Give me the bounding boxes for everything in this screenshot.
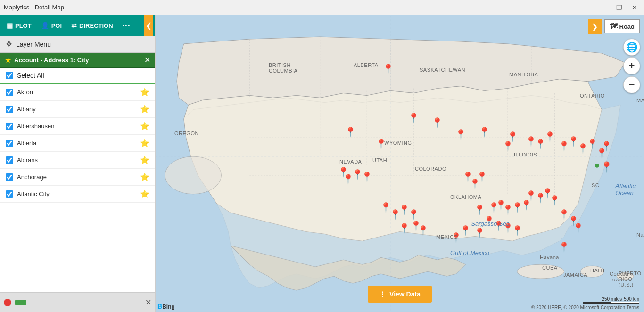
svg-text:📍: 📍 — [600, 161, 613, 173]
list-item[interactable]: Albany⭐ — [0, 101, 155, 118]
svg-text:📍: 📍 — [345, 126, 356, 138]
city-name-2: Albershausen — [17, 123, 136, 130]
window-title: Maplytics - Detail Map — [4, 4, 64, 11]
svg-point-4 — [617, 272, 634, 280]
svg-text:📍: 📍 — [549, 195, 561, 206]
collapse-panel-button[interactable]: ❮ — [144, 15, 153, 36]
svg-text:📍: 📍 — [382, 63, 394, 74]
scale-km-label: 500 km — [624, 296, 639, 302]
map-icon: 🗺 — [610, 22, 618, 31]
scale-bar: 250 miles 500 km — [583, 296, 639, 304]
view-data-button[interactable]: ⋮ View Data — [368, 286, 432, 303]
toolbar: ▦ PLOT 👤 POI ⇄ DIRECTION ⋯ ❮ — [0, 15, 155, 36]
list-item[interactable]: Anchorage⭐ — [0, 169, 155, 186]
entity-close-button[interactable]: ✕ — [144, 56, 150, 65]
title-bar: Maplytics - Detail Map ❐ ✕ — [0, 0, 644, 15]
svg-text:📍: 📍 — [512, 225, 523, 236]
city-checkbox-4[interactable] — [6, 156, 13, 164]
city-checkbox-0[interactable] — [6, 89, 13, 96]
city-name-0: Akron — [17, 89, 136, 96]
svg-point-1 — [165, 156, 222, 194]
svg-text:📍: 📍 — [479, 126, 490, 138]
city-icon-3: ⭐ — [140, 139, 149, 148]
svg-text:📍: 📍 — [544, 131, 556, 142]
zoom-out-button[interactable]: − — [623, 76, 640, 93]
more-options-button[interactable]: ⋯ — [118, 17, 134, 33]
layer-menu-label: Layer Menu — [16, 41, 51, 48]
city-name-4: Aldrans — [17, 156, 136, 164]
city-icon-0: ⭐ — [140, 88, 149, 97]
list-item[interactable]: Aldrans⭐ — [0, 152, 155, 169]
svg-text:📍: 📍 — [572, 222, 584, 234]
globe-button[interactable]: 🌐 — [623, 39, 640, 56]
svg-text:📍: 📍 — [361, 171, 373, 182]
city-checkbox-2[interactable] — [6, 123, 13, 130]
svg-text:📍: 📍 — [601, 140, 612, 152]
list-item[interactable]: Alberta⭐ — [0, 135, 155, 152]
svg-text:📍: 📍 — [455, 129, 467, 140]
svg-text:📍: 📍 — [398, 222, 410, 234]
map-svg: 📍 📍 📍 📍 📍 📍 📍 📍 📍 📍 📍 📍 📍 📍 📍 📍 📍 📍 📍 📍 … — [156, 15, 644, 312]
map-area[interactable]: 📍 📍 📍 📍 📍 📍 📍 📍 📍 📍 📍 📍 📍 📍 📍 📍 📍 📍 📍 📍 … — [156, 15, 644, 312]
poi-icon: 👤 — [41, 22, 49, 29]
direction-button[interactable]: ⇄ DIRECTION — [66, 19, 118, 32]
plot-icon: ▦ — [7, 22, 13, 29]
svg-text:📍: 📍 — [408, 209, 420, 220]
svg-text:📍: 📍 — [417, 225, 429, 236]
main-container: ▦ PLOT 👤 POI ⇄ DIRECTION ⋯ ❮ ❖ Layer Men… — [0, 15, 644, 312]
svg-text:📍: 📍 — [520, 199, 532, 211]
expand-map-button[interactable]: ❯ — [588, 19, 602, 34]
bottom-close-button[interactable]: ✕ — [145, 298, 151, 307]
city-name-6: Atlantic City — [17, 190, 136, 197]
zoom-in-button[interactable]: + — [623, 57, 640, 74]
city-icon-4: ⭐ — [140, 156, 149, 164]
list-item[interactable]: Akron⭐ — [0, 84, 155, 101]
entity-panel: ★ Account - Address 1: City ✕ — [0, 53, 155, 68]
close-button[interactable]: ✕ — [629, 3, 640, 12]
city-checkbox-6[interactable] — [6, 190, 13, 198]
svg-text:📍: 📍 — [476, 171, 488, 182]
svg-point-2 — [517, 264, 564, 279]
svg-text:📍: 📍 — [558, 241, 570, 253]
city-name-3: Alberta — [17, 140, 136, 147]
svg-text:📍: 📍 — [474, 204, 486, 215]
scale-miles-label: 250 miles — [602, 296, 622, 302]
status-bar — [15, 300, 26, 305]
select-all-checkbox[interactable] — [6, 72, 13, 79]
city-name-5: Anchorage — [17, 173, 136, 181]
city-checkbox-1[interactable] — [6, 106, 13, 113]
plot-button[interactable]: ▦ PLOT — [2, 19, 36, 32]
svg-text:📍: 📍 — [408, 112, 420, 123]
layers-icon: ❖ — [6, 40, 12, 49]
svg-text:●: ● — [594, 160, 600, 170]
city-list[interactable]: Akron⭐Albany⭐Albershausen⭐Alberta⭐Aldran… — [0, 84, 155, 292]
list-item[interactable]: Atlantic City⭐ — [0, 186, 155, 203]
city-checkbox-5[interactable] — [6, 173, 13, 181]
city-checkbox-3[interactable] — [6, 140, 13, 147]
bottom-panel: ✕ — [0, 292, 155, 312]
bing-logo: BBing — [157, 303, 175, 310]
layer-menu-header: ❖ Layer Menu — [0, 36, 155, 53]
map-type-button[interactable]: 🗺 Road — [604, 19, 641, 33]
select-all-row[interactable]: Select All — [0, 68, 155, 84]
map-copyright: © 2020 HERE, © 2020 Microsoft Corporatio… — [531, 305, 639, 310]
view-data-icon: ⋮ — [379, 290, 386, 298]
poi-button[interactable]: 👤 POI — [36, 19, 66, 32]
restore-button[interactable]: ❐ — [613, 3, 625, 12]
svg-point-3 — [581, 266, 604, 277]
entity-title: Account - Address 1: City — [14, 57, 141, 64]
map-right-controls: 🌐 + − — [623, 39, 640, 93]
city-name-1: Albany — [17, 106, 136, 113]
svg-text:📍: 📍 — [474, 227, 486, 238]
city-icon-2: ⭐ — [140, 122, 149, 131]
view-data-label: View Data — [389, 290, 421, 298]
svg-text:📍: 📍 — [431, 117, 443, 128]
entity-star-icon: ★ — [5, 56, 11, 65]
city-icon-5: ⭐ — [140, 172, 149, 181]
svg-text:📍: 📍 — [375, 138, 387, 149]
select-all-label: Select All — [17, 72, 44, 79]
map-type-label: Road — [619, 23, 635, 30]
city-icon-1: ⭐ — [140, 105, 149, 114]
list-item[interactable]: Albershausen⭐ — [0, 118, 155, 135]
left-panel: ▦ PLOT 👤 POI ⇄ DIRECTION ⋯ ❮ ❖ Layer Men… — [0, 15, 156, 312]
